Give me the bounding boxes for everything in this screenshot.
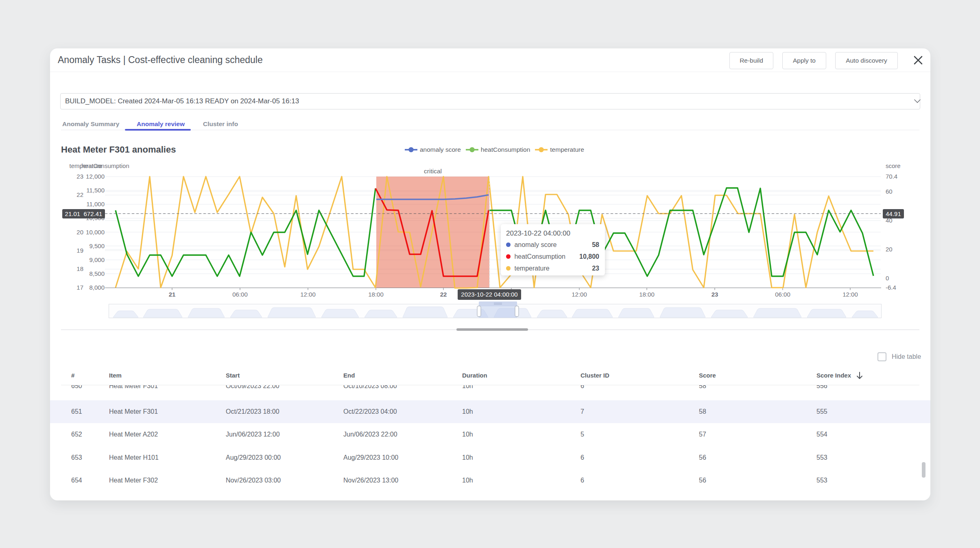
svg-text:22: 22: [76, 191, 83, 198]
svg-text:22: 22: [440, 291, 447, 298]
svg-text:23: 23: [76, 173, 83, 180]
svg-text:9,500: 9,500: [89, 242, 105, 249]
svg-text:06:00: 06:00: [775, 291, 790, 298]
svg-text:9,000: 9,000: [89, 256, 105, 263]
svg-text:12,000: 12,000: [86, 173, 105, 180]
svg-text:60: 60: [886, 188, 893, 195]
svg-text:score: score: [886, 162, 901, 169]
svg-text:12:00: 12:00: [572, 291, 587, 298]
svg-text:17: 17: [76, 284, 83, 291]
svg-text:23: 23: [712, 291, 718, 298]
svg-text:19: 19: [76, 247, 83, 254]
svg-text:11,000: 11,000: [86, 201, 105, 207]
svg-text:18: 18: [76, 265, 83, 272]
svg-text:heatConsumption: heatConsumption: [81, 162, 129, 169]
svg-text:critical: critical: [424, 168, 442, 175]
svg-text:0: 0: [886, 275, 889, 282]
svg-text:06:00: 06:00: [232, 291, 248, 298]
svg-text:18:00: 18:00: [639, 291, 655, 298]
svg-text:12:00: 12:00: [842, 291, 858, 298]
svg-text:11,500: 11,500: [86, 187, 105, 194]
svg-text:8,000: 8,000: [89, 284, 105, 291]
svg-text:20: 20: [76, 229, 83, 236]
svg-text:18:00: 18:00: [368, 291, 384, 298]
svg-text:10,000: 10,000: [86, 229, 105, 236]
svg-text:70.4: 70.4: [886, 173, 897, 180]
svg-text:-6.4: -6.4: [886, 284, 896, 291]
svg-text:12:00: 12:00: [300, 291, 316, 298]
svg-text:8,500: 8,500: [89, 270, 105, 277]
svg-text:20: 20: [886, 246, 893, 253]
svg-text:21: 21: [169, 291, 176, 298]
